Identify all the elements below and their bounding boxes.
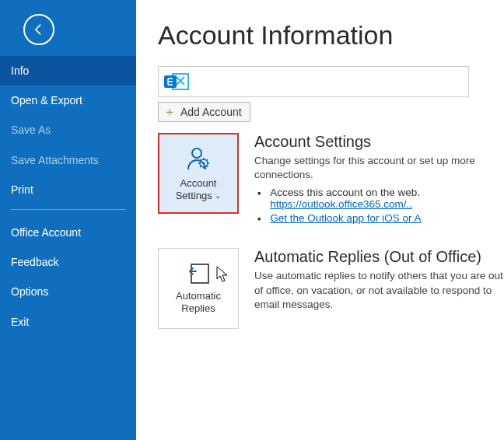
back-button[interactable]	[23, 14, 54, 45]
add-account-label: Add Account	[180, 106, 242, 118]
person-gear-icon	[184, 145, 212, 173]
owa-link[interactable]: https://outlook.office365.com/..	[270, 198, 412, 210]
account-selector[interactable]	[158, 66, 469, 97]
sidebar-separator	[11, 209, 125, 210]
plus-icon: ＋	[163, 106, 176, 118]
automatic-replies-tile-label: Automatic Replies	[176, 290, 221, 316]
sidebar-item-print[interactable]: Print	[0, 175, 136, 204]
sidebar-nav: Info Open & Export Save As Save Attachme…	[0, 56, 136, 337]
automatic-replies-tile[interactable]: Automatic Replies	[158, 248, 239, 329]
backstage-sidebar: Info Open & Export Save As Save Attachme…	[0, 0, 136, 440]
sidebar-item-open-export[interactable]: Open & Export	[0, 86, 136, 115]
svg-point-4	[203, 162, 205, 164]
auto-reply-icon	[185, 262, 212, 285]
add-account-button[interactable]: ＋ Add Account	[158, 102, 250, 122]
sidebar-item-exit[interactable]: Exit	[0, 307, 136, 337]
svg-rect-13	[191, 264, 208, 283]
sidebar-item-feedback[interactable]: Feedback	[0, 247, 136, 277]
bullet-access-web: Access this account on the web. https://…	[257, 187, 504, 210]
page-title: Account Information	[158, 20, 504, 51]
account-settings-desc: Change settings for this account or set …	[254, 154, 504, 182]
svg-line-10	[207, 166, 208, 167]
main-panel: Account Information ＋ Add Account	[136, 0, 504, 440]
svg-line-9	[200, 159, 201, 161]
bullet-get-app: Get the Outlook app for iOS or A	[257, 212, 504, 224]
svg-line-11	[207, 159, 208, 161]
exchange-icon	[163, 70, 190, 93]
account-settings-tile-label: Account Settings ⌄	[176, 177, 222, 203]
account-settings-heading: Account Settings	[254, 133, 504, 151]
svg-point-2	[192, 148, 201, 158]
section-account-settings: Account Settings ⌄ Account Settings Chan…	[158, 133, 504, 226]
sidebar-item-save-as: Save As	[0, 115, 136, 145]
mobile-app-link[interactable]: Get the Outlook app for iOS or A	[270, 212, 421, 224]
svg-line-12	[200, 166, 201, 167]
sidebar-item-office-account[interactable]: Office Account	[0, 218, 136, 247]
chevron-down-icon: ⌄	[215, 191, 221, 200]
automatic-replies-desc: Use automatic replies to notify others t…	[254, 269, 504, 312]
account-settings-tile[interactable]: Account Settings ⌄	[158, 133, 239, 214]
section-automatic-replies: Automatic Replies Automatic Replies (Out…	[158, 248, 504, 329]
arrow-left-icon	[31, 22, 47, 37]
sidebar-item-options[interactable]: Options	[0, 277, 136, 306]
automatic-replies-heading: Automatic Replies (Out of Office)	[254, 248, 504, 266]
sidebar-item-info[interactable]: Info	[0, 56, 136, 86]
sidebar-item-save-attachments: Save Attachments	[0, 145, 136, 175]
